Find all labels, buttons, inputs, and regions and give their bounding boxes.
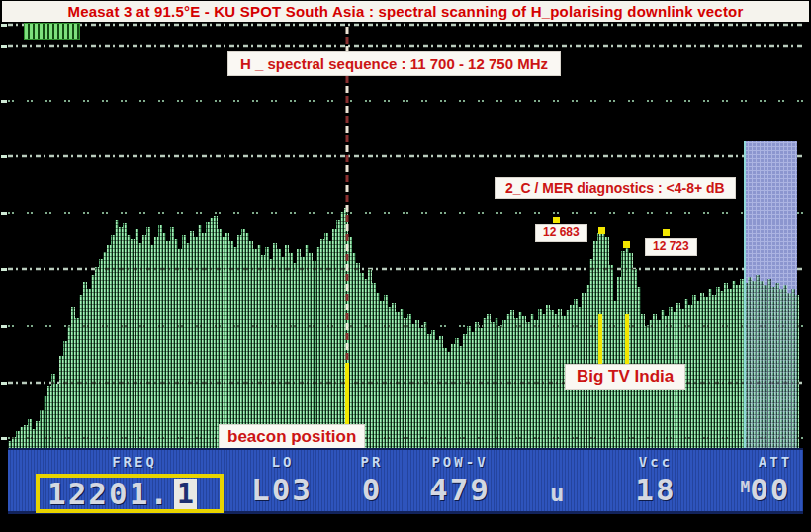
diagnostics-label: 2_C / MER diagnostics : <4-8+ dB xyxy=(495,177,736,199)
carrier-12723-label: 12 723 xyxy=(645,238,697,256)
analyzer-screen: Measat 3 at 91.5°E - KU SPOT South Asia … xyxy=(0,0,811,532)
signal-strength-block xyxy=(24,23,80,40)
lo-value: L03 xyxy=(237,472,326,507)
freq-value-box[interactable]: 12201. 1 xyxy=(36,474,224,513)
sequence-label: H _ spectral sequence : 11 700 - 12 750 … xyxy=(227,51,561,76)
lo-header: LO xyxy=(245,454,320,470)
att-value: 00 xyxy=(750,472,790,507)
att-value-group: M00 xyxy=(718,472,811,507)
pow-value: 479 xyxy=(401,472,519,507)
status-bar: FREQ LO PR POW-V Vcc ATT 12201. 1 L03 0 … xyxy=(8,448,803,514)
freq-active-digit[interactable]: 1 xyxy=(174,479,197,509)
vcc-header: Vcc xyxy=(608,454,703,470)
att-prefix: M xyxy=(741,478,751,496)
big-tv-india-label: Big TV India xyxy=(565,364,685,390)
att-header: ATT xyxy=(728,454,811,470)
freq-value: 12201. xyxy=(47,476,170,511)
title-bar: Measat 3 at 91.5°E - KU SPOT South Asia … xyxy=(2,1,809,22)
beacon-position-label: beacon position xyxy=(219,424,365,450)
carrier-12683-label: 12 683 xyxy=(535,224,587,242)
pow-unit: u xyxy=(550,480,564,507)
pr-value: 0 xyxy=(334,472,409,507)
pow-header: POW-V xyxy=(401,454,519,470)
page-title: Measat 3 at 91.5°E - KU SPOT South Asia … xyxy=(68,3,744,20)
pr-header: PR xyxy=(334,454,409,470)
freq-header: FREQ xyxy=(87,454,182,470)
vcc-value: 18 xyxy=(608,472,703,507)
